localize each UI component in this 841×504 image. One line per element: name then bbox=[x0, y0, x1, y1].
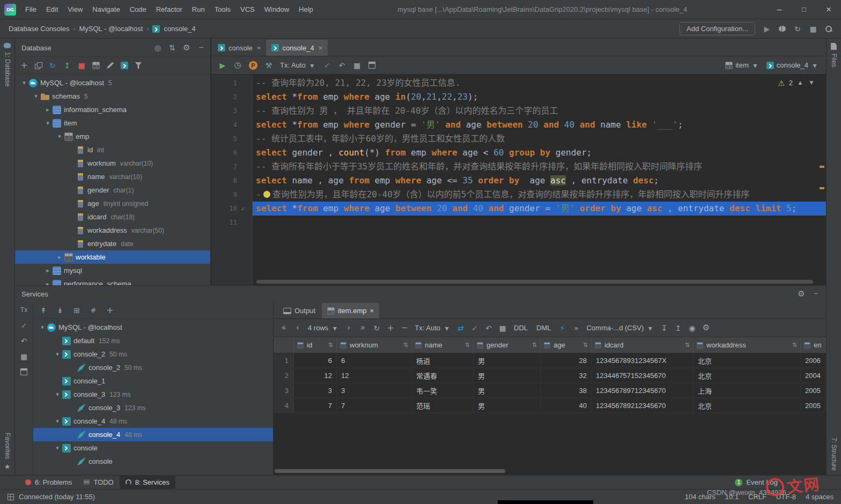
chevron-down-icon[interactable]: ▾ bbox=[53, 444, 62, 451]
code-line-3[interactable]: -- 查询性别为 男 ， 并且年龄在 20-40岁（含）以内的姓名为三个字的员工 bbox=[253, 104, 826, 118]
table-row[interactable]: 21212常遇春男32123446757152345670北京2004 bbox=[274, 368, 826, 383]
commit-icon[interactable] bbox=[323, 62, 331, 69]
toolwindow-toggle-icon[interactable] bbox=[8, 494, 14, 500]
code-line-7[interactable]: -- 查询所有年龄小于等于35岁员工的姓名和年龄，并对查询结果按年龄升序排序，如… bbox=[253, 160, 826, 174]
target-console-dropdown[interactable]: console_4 bbox=[766, 61, 818, 69]
chevron-down-icon[interactable]: ▾ bbox=[31, 93, 41, 100]
tree-item-console-3[interactable]: ▾console_3123 ms bbox=[33, 388, 273, 401]
cell-worknum[interactable]: 3 bbox=[337, 383, 412, 398]
submit-icon[interactable] bbox=[63, 62, 71, 69]
table-row[interactable]: 333韦一笑男38123456789712345670上海2005 bbox=[274, 383, 826, 398]
files-stripe-label[interactable]: Files bbox=[830, 54, 838, 67]
close-tab-icon[interactable]: × bbox=[257, 44, 261, 52]
tree-item-console-1[interactable]: console_1 bbox=[33, 374, 273, 388]
more-actions-icon[interactable] bbox=[572, 324, 580, 332]
chevron-right-icon[interactable]: ▸ bbox=[43, 106, 53, 113]
table-view-icon[interactable] bbox=[92, 62, 100, 69]
sort-icon[interactable]: ⇅ bbox=[532, 342, 537, 349]
rollback-icon[interactable] bbox=[485, 324, 492, 332]
menu-item-vcs[interactable]: VCS bbox=[235, 0, 260, 19]
cell-age[interactable]: 32 bbox=[541, 368, 592, 383]
add-row-button[interactable] bbox=[387, 324, 394, 332]
sort-icon[interactable]: ⇅ bbox=[328, 342, 333, 349]
debug-icon[interactable] bbox=[779, 26, 786, 32]
sort-icon[interactable]: ⇅ bbox=[792, 342, 797, 349]
editor-tab-console[interactable]: console× bbox=[212, 40, 266, 56]
menu-item-view[interactable]: View bbox=[63, 0, 87, 19]
row-number[interactable]: 3 bbox=[274, 383, 294, 398]
tree-item-mysql-localhost[interactable]: ▾MySQL - @localhost bbox=[33, 321, 273, 334]
cell-idcard[interactable]: 123456789212345670 bbox=[592, 398, 694, 413]
cell-idcard[interactable]: 12345678931234567X bbox=[592, 353, 694, 368]
tx-mode-dropdown[interactable]: Tx: Auto bbox=[415, 324, 451, 332]
hide-panel-icon[interactable] bbox=[197, 45, 205, 51]
column-header-id[interactable]: id⇅ bbox=[294, 337, 337, 353]
import-data-icon[interactable] bbox=[674, 324, 682, 332]
sort-icon[interactable]: ⇅ bbox=[403, 342, 408, 349]
tree-item-id[interactable]: idint bbox=[15, 143, 210, 157]
cell-age[interactable]: 38 bbox=[541, 383, 592, 398]
previous-page-button[interactable] bbox=[294, 324, 301, 332]
duplicate-icon[interactable] bbox=[35, 62, 42, 69]
tree-item-idcard[interactable]: idcardchar(18) bbox=[15, 210, 210, 224]
code-line-11[interactable] bbox=[253, 216, 826, 229]
cell-en[interactable]: 2005 bbox=[801, 398, 826, 413]
chevron-down-icon[interactable]: ▾ bbox=[19, 79, 29, 86]
settings-gear-icon[interactable] bbox=[798, 290, 805, 298]
cell-gender[interactable]: 男 bbox=[474, 353, 541, 368]
execution-plan-icon[interactable] bbox=[368, 62, 375, 69]
locate-icon[interactable] bbox=[154, 44, 161, 51]
stop-icon[interactable] bbox=[809, 25, 817, 33]
toolwindow-tab-6-problems[interactable]: 6: Problems bbox=[19, 476, 78, 489]
prev-issue-icon[interactable] bbox=[796, 80, 804, 85]
cell-name[interactable]: 范瑶 bbox=[412, 398, 474, 413]
execute-button[interactable] bbox=[219, 62, 226, 69]
breadcrumb-item-database-consoles[interactable]: Database Consoles bbox=[9, 25, 69, 33]
tree-item-item[interactable]: ▾item bbox=[15, 116, 210, 130]
filter-icon[interactable] bbox=[135, 62, 142, 69]
structure-stripe-label[interactable]: 7: Structure bbox=[830, 438, 838, 471]
row-number[interactable]: 1 bbox=[274, 353, 294, 368]
tree-item-emp[interactable]: ▾emp bbox=[15, 130, 210, 143]
cell-idcard[interactable]: 123456789712345670 bbox=[592, 383, 694, 398]
minimize-button[interactable] bbox=[767, 0, 792, 19]
cell-name[interactable]: 韦一笑 bbox=[412, 383, 474, 398]
stop-icon[interactable] bbox=[499, 324, 506, 332]
tree-item-name[interactable]: namevarchar(10) bbox=[15, 170, 210, 183]
chevron-right-icon[interactable]: ▸ bbox=[43, 267, 53, 274]
tree-item-console-4[interactable]: console_448 ms bbox=[33, 428, 273, 441]
editor-horizontal-scrollbar[interactable] bbox=[256, 280, 813, 284]
code-line-9[interactable]: -查询性别为男，且年龄在20-40岁（含）以内的前5个员工信息，对查询的结果按年… bbox=[253, 188, 826, 202]
menu-item-file[interactable]: File bbox=[20, 0, 41, 19]
tree-item-default[interactable]: default152 ms bbox=[33, 334, 273, 347]
chevron-right-icon[interactable]: ▸ bbox=[43, 280, 53, 285]
tree-item-age[interactable]: agetinyint unsigned bbox=[15, 197, 210, 210]
target-schema-dropdown[interactable]: item bbox=[725, 61, 759, 69]
add-service-icon[interactable] bbox=[106, 306, 114, 315]
tree-item-console[interactable]: ▾console bbox=[33, 441, 273, 455]
column-header-gender[interactable]: gender⇅ bbox=[474, 337, 541, 353]
add-configuration-button[interactable]: Add Configuration... bbox=[680, 22, 755, 35]
column-header-workaddress[interactable]: workaddress⇅ bbox=[694, 337, 801, 353]
ddl-button[interactable]: DDL bbox=[513, 324, 529, 332]
toolwindow-tab-todo[interactable]: TODO bbox=[78, 476, 119, 489]
cell-idcard[interactable]: 123446757152345670 bbox=[592, 368, 694, 383]
cell-gender[interactable]: 男 bbox=[474, 383, 541, 398]
code-line-2[interactable]: select *from emp where age in(20,21,22,2… bbox=[253, 90, 826, 104]
database-toolwindow-icon[interactable] bbox=[4, 43, 11, 48]
cell-worknum[interactable]: 12 bbox=[337, 368, 412, 383]
first-page-button[interactable] bbox=[280, 324, 287, 332]
toolwindow-tab-8-services[interactable]: 8: Services bbox=[120, 476, 175, 489]
output-tab-item-emp[interactable]: item.emp× bbox=[322, 303, 379, 318]
tree-item-worktable[interactable]: ▸worktable bbox=[15, 250, 210, 264]
tx-toggle[interactable]: Tx bbox=[20, 306, 27, 314]
menu-item-refactor[interactable]: Refactor bbox=[151, 0, 187, 19]
menu-item-window[interactable]: Window bbox=[260, 0, 294, 19]
tree-item-schemas[interactable]: ▾schemas5 bbox=[15, 90, 210, 103]
chevron-right-icon[interactable]: ▸ bbox=[55, 254, 64, 261]
cell-name[interactable]: 杨逍 bbox=[412, 353, 474, 368]
breadcrumb-item-console-4[interactable]: console_4 bbox=[164, 25, 195, 33]
output-tab-output[interactable]: Output bbox=[278, 303, 321, 318]
code-line-4[interactable]: select *from emp where gender = '男' and … bbox=[253, 118, 826, 132]
code-line-1[interactable]: -- 查询年龄为20, 21, 22, 23岁的女性员工信息. bbox=[253, 76, 826, 90]
